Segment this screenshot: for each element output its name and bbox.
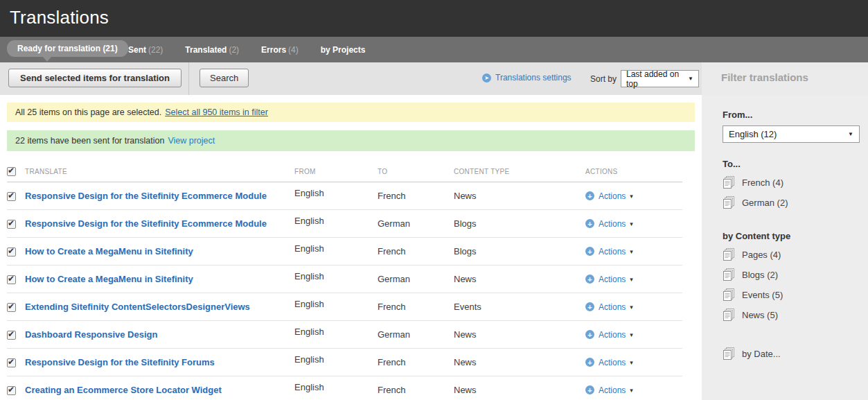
- row-content-type: News: [454, 376, 585, 400]
- filter-item-label: Blogs (2): [742, 270, 778, 280]
- filter-list-item[interactable]: Pages (4): [723, 248, 868, 261]
- caret-down-icon: ▾: [630, 304, 633, 311]
- row-actions-link[interactable]: Actions: [599, 385, 626, 395]
- row-checkbox[interactable]: [7, 331, 16, 340]
- row-checkbox[interactable]: [7, 303, 16, 312]
- filter-by-date-link[interactable]: by Date...: [723, 347, 868, 360]
- filter-to-label: To...: [723, 159, 868, 169]
- sort-by-label: Sort by: [590, 74, 617, 84]
- row-content-type: Blogs: [454, 210, 585, 238]
- send-selected-button[interactable]: Send selected items for translation: [8, 69, 181, 87]
- row-title-link[interactable]: How to Create a MegaMenu in Sitefinity: [25, 246, 193, 256]
- row-content-type: News: [454, 182, 585, 210]
- caret-down-icon: ▾: [630, 276, 633, 283]
- column-header-translate: TRANSLATE: [25, 161, 294, 182]
- tab-by-projects[interactable]: by Projects: [321, 45, 366, 55]
- table-row: Responsive Design for the Sitefinity Eco…: [7, 210, 682, 238]
- documents-icon: [723, 347, 735, 360]
- table-header-row: TRANSLATE FROM TO CONTENT TYPE ACTIONS: [7, 161, 682, 182]
- select-all-checkbox[interactable]: [7, 167, 16, 176]
- tab-errors[interactable]: Errors(4): [261, 45, 299, 55]
- row-title-link[interactable]: Responsive Design for the Sitefinity Eco…: [25, 191, 267, 201]
- row-actions-link[interactable]: Actions: [599, 247, 626, 256]
- row-content-type: Blogs: [454, 238, 585, 266]
- select-caret-icon: ▼: [848, 131, 853, 137]
- selection-notice: All 25 items on this page are selected. …: [7, 103, 695, 122]
- row-from: English: [294, 210, 378, 238]
- documents-icon: [723, 248, 735, 261]
- caret-down-icon: ▾: [630, 387, 633, 394]
- select-caret-icon: ▼: [688, 76, 693, 82]
- row-actions-link[interactable]: Actions: [599, 219, 626, 229]
- plus-circle-icon: +: [585, 385, 594, 394]
- tab-ready-for-translation[interactable]: Ready for translation (21): [7, 40, 128, 57]
- row-to: French: [378, 238, 454, 266]
- documents-icon: [723, 196, 735, 209]
- row-to: German: [378, 321, 454, 349]
- row-title-link[interactable]: Responsive Design for the Sitefinity Eco…: [25, 218, 267, 229]
- row-from: English: [294, 376, 378, 400]
- row-actions-link[interactable]: Actions: [599, 191, 626, 201]
- row-checkbox[interactable]: [7, 220, 16, 229]
- row-checkbox[interactable]: [7, 386, 16, 395]
- table-row: Creating an Ecommerce Store Locator Widg…: [7, 376, 682, 400]
- active-tab-label: Ready for translation (21): [17, 44, 118, 53]
- row-title-link[interactable]: Extending Sitefinity ContentSelectorsDes…: [25, 302, 250, 312]
- filter-list-item[interactable]: Blogs (2): [723, 268, 868, 281]
- select-all-in-filter-link[interactable]: Select all 950 items in filter: [165, 107, 268, 117]
- tab-row: Sent(22) Translated(2) Errors(4) by Proj…: [128, 37, 365, 62]
- translations-settings-link[interactable]: ➤ Translations settings: [482, 73, 572, 82]
- caret-down-icon: ▾: [630, 359, 633, 366]
- table-row: How to Create a MegaMenu in Sitefinity E…: [7, 238, 682, 266]
- active-tab-notch: [43, 57, 51, 62]
- row-actions-link[interactable]: Actions: [599, 330, 626, 340]
- filter-translations-heading: Filter translations: [721, 71, 808, 83]
- tab-sent[interactable]: Sent(22): [128, 45, 163, 55]
- filter-item-label: German (2): [742, 198, 788, 208]
- row-to: German: [378, 266, 454, 293]
- row-to: German: [378, 210, 454, 238]
- column-header-actions: ACTIONS: [585, 161, 682, 182]
- row-checkbox[interactable]: [7, 247, 16, 256]
- row-title-link[interactable]: Creating an Ecommerce Store Locator Widg…: [25, 385, 222, 395]
- row-content-type: News: [454, 349, 585, 376]
- search-button[interactable]: Search: [200, 69, 249, 87]
- row-to: French: [378, 376, 454, 400]
- plus-circle-icon: +: [585, 219, 594, 228]
- documents-icon: [723, 268, 735, 281]
- filter-list-item[interactable]: French (4): [723, 176, 868, 189]
- row-actions-link[interactable]: Actions: [599, 275, 626, 284]
- tab-bar: Ready for translation (21) Sent(22) Tran…: [0, 37, 868, 62]
- sort-select[interactable]: Last added on top ▼: [621, 70, 699, 87]
- row-from: English: [294, 349, 378, 376]
- column-header-from: FROM: [294, 161, 378, 182]
- row-checkbox[interactable]: [7, 275, 16, 284]
- caret-down-icon: ▾: [630, 220, 633, 227]
- filter-list-item[interactable]: Events (5): [723, 288, 868, 302]
- row-actions-link[interactable]: Actions: [599, 302, 626, 312]
- row-content-type: News: [454, 321, 585, 349]
- row-to: French: [378, 349, 454, 376]
- plus-circle-icon: +: [585, 247, 594, 256]
- table-row: How to Create a MegaMenu in Sitefinity E…: [7, 266, 682, 293]
- filter-list-item[interactable]: German (2): [723, 196, 868, 209]
- tab-translated[interactable]: Translated(2): [185, 45, 239, 55]
- main-content: All 25 items on this page are selected. …: [0, 95, 702, 400]
- table-row: Responsive Design for the Sitefinity For…: [7, 349, 682, 376]
- translations-table: TRANSLATE FROM TO CONTENT TYPE ACTIONS R…: [7, 161, 682, 400]
- row-title-link[interactable]: How to Create a MegaMenu in Sitefinity: [25, 274, 193, 284]
- row-to: French: [378, 182, 454, 210]
- page-title: Translations: [0, 0, 868, 28]
- row-checkbox[interactable]: [7, 192, 16, 201]
- view-project-link[interactable]: View project: [168, 136, 215, 146]
- row-checkbox[interactable]: [7, 358, 16, 367]
- documents-icon: [723, 176, 735, 189]
- filter-from-select[interactable]: English (12) ▼: [723, 125, 860, 143]
- filter-sidebar: From... English (12) ▼ To... French (4) …: [702, 95, 868, 400]
- filter-list-item[interactable]: News (5): [723, 308, 868, 322]
- table-row: Dashboard Responsive Design English Germ…: [7, 321, 682, 349]
- row-title-link[interactable]: Responsive Design for the Sitefinity For…: [25, 357, 215, 367]
- row-actions-link[interactable]: Actions: [599, 358, 626, 367]
- row-title-link[interactable]: Dashboard Responsive Design: [25, 329, 157, 340]
- filter-item-label: French (4): [742, 177, 783, 188]
